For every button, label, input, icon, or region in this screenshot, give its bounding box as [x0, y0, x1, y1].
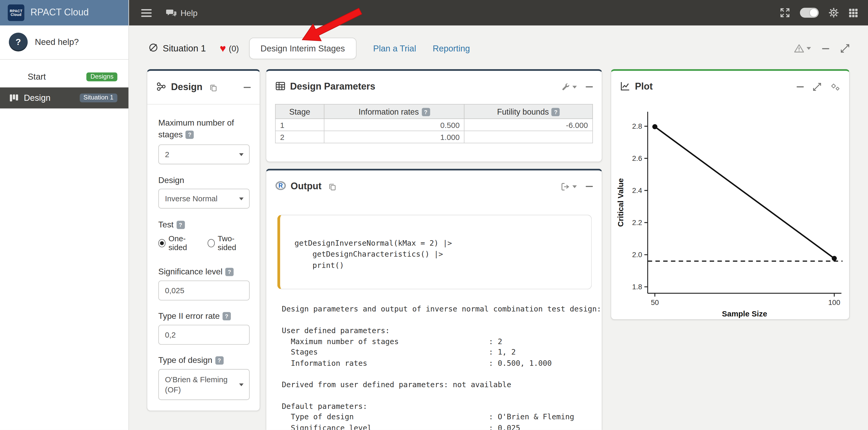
svg-text:50: 50 — [651, 298, 659, 306]
svg-text:Critical Value: Critical Value — [616, 178, 625, 227]
caret-down-icon — [572, 86, 577, 88]
type2-error-label: Type II error rate? — [158, 310, 248, 322]
sidebar-item-start[interactable]: Start Designs — [0, 66, 128, 88]
copy-icon[interactable] — [209, 83, 217, 92]
favorites-button[interactable]: ♥ (0) — [220, 43, 239, 54]
minimize-icon[interactable] — [586, 87, 593, 88]
need-help-label: Need help? — [35, 37, 79, 47]
chat-bubble-icon — [166, 8, 177, 18]
radio-two-sided[interactable]: Two-sided — [208, 234, 248, 252]
svg-text:R: R — [278, 182, 283, 189]
svg-text:2.8: 2.8 — [632, 122, 642, 130]
output-text-block: Design parameters and output of inverse … — [282, 304, 592, 430]
radio-dot-icon — [158, 239, 165, 247]
stage-cell[interactable]: 1 — [275, 119, 324, 131]
theme-toggle[interactable] — [800, 8, 818, 18]
tab-situation[interactable]: Situation 1 — [148, 42, 206, 55]
plot-settings-icon[interactable] — [830, 82, 840, 91]
help-label: Help — [181, 8, 197, 18]
help-icon[interactable]: ? — [176, 221, 185, 229]
help-button[interactable]: Help — [166, 8, 197, 18]
design-select[interactable]: Inverse Normal — [158, 189, 250, 209]
output-panel: R Output getDesignInverseNormal(kMax = 2… — [266, 169, 602, 430]
radio-dot-icon — [208, 239, 215, 247]
design-parameters-table: Stage Information rates? Futility bounds… — [275, 104, 593, 143]
minimize-icon[interactable] — [243, 87, 251, 88]
expand-icon[interactable] — [813, 82, 822, 91]
gear-icon[interactable] — [829, 8, 839, 18]
expand-all-icon[interactable] — [840, 43, 850, 53]
plot-panel: Plot 1.82.02.22.42.62.850100Critical Val… — [611, 69, 850, 320]
designs-badge: Designs — [87, 72, 118, 81]
table-row: 1 0.500 -6.000 — [275, 119, 592, 131]
sidebar-header: RPACT Cloud RPACT Cloud — [0, 0, 128, 25]
sidebar-item-label: Start — [28, 72, 46, 82]
help-icon[interactable]: ? — [222, 312, 231, 320]
minimize-icon[interactable] — [797, 87, 804, 88]
tab-plan-a-trial[interactable]: Plan a Trial — [373, 43, 416, 53]
design-label: Design — [158, 174, 248, 186]
r-logo-icon: R — [275, 180, 286, 193]
output-text: Design parameters and output of inverse … — [282, 304, 592, 430]
copy-icon[interactable] — [328, 182, 336, 191]
design-panel: Design Maximum number of stages? 2 Desig… — [147, 69, 260, 411]
panel-title: Design Parameters — [290, 81, 375, 92]
r-code: getDesignInverseNormal(kMax = 2) |> getD… — [294, 237, 580, 270]
stage-cell[interactable]: 2 — [275, 131, 324, 143]
slash-circle-icon — [148, 42, 158, 55]
chart-icon — [620, 80, 630, 93]
minimize-icon[interactable] — [586, 186, 593, 187]
topbar: Help — [129, 0, 868, 25]
sidebar-divider — [0, 59, 128, 60]
hamburger-menu-icon[interactable] — [141, 9, 152, 17]
help-icon[interactable]: ? — [225, 268, 234, 276]
situation-label: Situation 1 — [163, 43, 206, 54]
sidebar-item-label: Design — [24, 93, 51, 103]
panel-title: Plot — [635, 81, 653, 92]
significance-input[interactable] — [158, 280, 250, 300]
svg-text:100: 100 — [828, 298, 840, 306]
tab-reporting[interactable]: Reporting — [433, 43, 470, 53]
warnings-dropdown[interactable] — [794, 43, 811, 53]
table-row: 2 1.000 — [275, 131, 592, 143]
favorites-count: (0) — [229, 43, 239, 53]
design-parameters-panel: Design Parameters Stage Information rate… — [266, 69, 602, 162]
information-rate-cell[interactable]: 0.500 — [324, 119, 464, 131]
test-label: Test? — [158, 219, 248, 230]
col-stage: Stage — [275, 104, 324, 119]
significance-label: Significance level? — [158, 266, 248, 277]
max-stages-select[interactable]: 2 — [158, 144, 250, 164]
futility-bound-cell[interactable] — [464, 131, 593, 143]
col-information-rates: Information rates? — [324, 104, 464, 119]
need-help-button[interactable]: ? Need help? — [0, 25, 128, 58]
fullscreen-icon[interactable] — [780, 8, 790, 18]
help-icon[interactable]: ? — [185, 131, 194, 139]
table-icon — [275, 80, 285, 93]
sidebar-item-design[interactable]: Design Situation 1 — [0, 88, 128, 109]
test-radio-group: One-sided Two-sided — [158, 234, 248, 252]
tab-design-interim-stages[interactable]: Design Interim Stages — [249, 38, 356, 59]
svg-text:2.6: 2.6 — [632, 154, 642, 162]
information-rate-cell[interactable]: 1.000 — [324, 131, 464, 143]
apps-grid-icon[interactable] — [849, 8, 858, 18]
collapse-all-icon[interactable] — [822, 48, 829, 49]
help-icon[interactable]: ? — [422, 107, 430, 116]
app-title: RPACT Cloud — [31, 7, 89, 18]
panel-title: Design — [171, 82, 203, 93]
help-icon[interactable]: ? — [552, 107, 560, 116]
molecule-icon — [156, 81, 167, 94]
export-dropdown[interactable] — [561, 182, 577, 191]
tab-bar: Situation 1 ♥ (0) Design Interim Stages … — [148, 38, 850, 59]
caret-down-icon — [572, 185, 577, 188]
table-header-row: Stage Information rates? Futility bounds… — [275, 104, 592, 119]
help-icon[interactable]: ? — [215, 356, 223, 365]
main-content: Situation 1 ♥ (0) Design Interim Stages … — [129, 25, 868, 430]
heart-icon: ♥ — [220, 43, 226, 54]
futility-bound-cell[interactable]: -6.000 — [464, 119, 593, 131]
rpact-logo[interactable]: RPACT Cloud — [8, 4, 25, 21]
type-of-design-select[interactable]: O'Brien & Fleming (OF) — [158, 369, 250, 400]
type2-error-input[interactable] — [158, 325, 250, 344]
tools-dropdown[interactable] — [561, 82, 577, 91]
radio-one-sided[interactable]: One-sided — [158, 234, 200, 252]
max-stages-label: Maximum number of stages? — [158, 117, 241, 140]
